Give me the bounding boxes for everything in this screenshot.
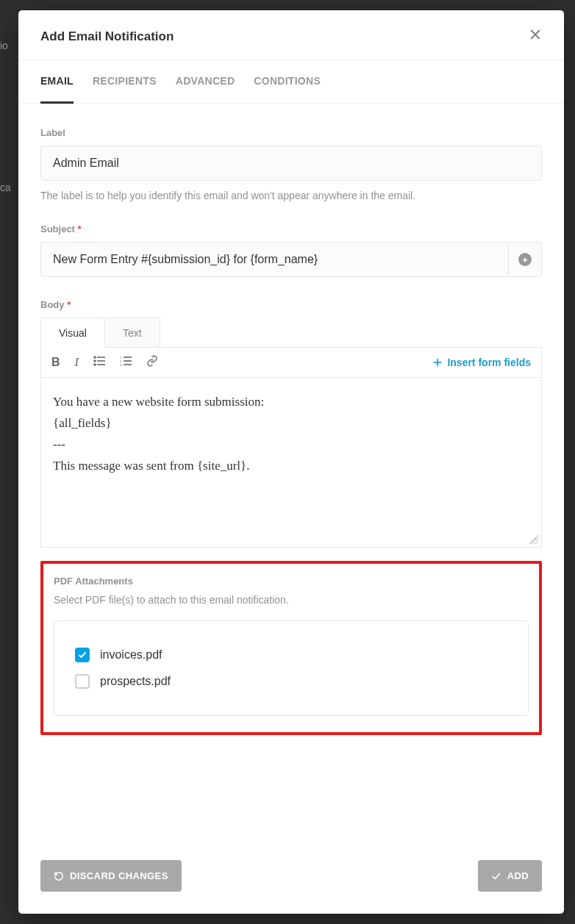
insert-form-fields-label: Insert form fields [447, 357, 531, 368]
tab-email[interactable]: EMAIL [40, 60, 74, 104]
discard-label: DISCARD CHANGES [70, 870, 168, 881]
svg-point-6 [94, 364, 96, 365]
label-field: Label The label is to help you identify … [40, 127, 542, 201]
editor-mode-tabs: Visual Text [40, 318, 542, 348]
discard-changes-button[interactable]: DISCARD CHANGES [40, 860, 182, 892]
add-email-notification-modal: Add Email Notification EMAIL RECIPIENTS … [18, 10, 564, 914]
add-button[interactable]: ADD [478, 860, 542, 892]
subject-field-label: Subject * [40, 223, 542, 234]
editor-tab-visual[interactable]: Visual [40, 318, 105, 348]
modal-body: Label The label is to help you identify … [18, 104, 564, 842]
label-field-label: Label [40, 127, 542, 138]
body-field: Body * Visual Text B I 123 [40, 299, 542, 548]
unordered-list-button[interactable] [93, 356, 105, 369]
svg-text:3: 3 [120, 363, 122, 366]
subject-input[interactable] [40, 242, 509, 277]
pdf-section-title: PDF Attachments [54, 576, 529, 587]
editor-toolbar: B I 123 Insert form fields [40, 347, 542, 378]
subject-label-text: Subject [40, 223, 75, 234]
italic-button[interactable]: I [75, 356, 79, 369]
body-label-text: Body [40, 299, 65, 310]
tab-recipients[interactable]: RECIPIENTS [93, 60, 157, 104]
subject-field: Subject * + [40, 223, 542, 277]
resize-grip-icon[interactable] [529, 535, 538, 544]
undo-icon [54, 871, 64, 881]
modal-footer: DISCARD CHANGES ADD [18, 842, 564, 914]
editor-tab-text[interactable]: Text [104, 318, 160, 348]
pdf-filename: prospects.pdf [100, 675, 171, 688]
close-icon[interactable] [529, 28, 542, 45]
body-editor[interactable]: You have a new website form submission: … [40, 379, 542, 548]
pdf-filename: invoices.pdf [100, 648, 162, 662]
pdf-checkbox[interactable] [75, 674, 90, 689]
modal-header: Add Email Notification [18, 10, 564, 60]
insert-form-fields-button[interactable]: Insert form fields [432, 357, 531, 368]
pdf-item: invoices.pdf [75, 642, 507, 668]
required-indicator: * [78, 223, 82, 234]
ordered-list-button[interactable]: 123 [120, 356, 132, 369]
bold-button[interactable]: B [51, 356, 60, 369]
plus-circle-icon: + [518, 253, 532, 266]
body-content: You have a new website form submission: … [53, 395, 264, 473]
modal-tabs: EMAIL RECIPIENTS ADVANCED CONDITIONS [18, 60, 564, 104]
svg-point-4 [94, 360, 96, 362]
pdf-list: invoices.pdf prospects.pdf [54, 620, 529, 716]
label-input[interactable] [40, 146, 542, 181]
pdf-item: prospects.pdf [75, 668, 507, 695]
tab-conditions[interactable]: CONDITIONS [254, 60, 321, 104]
insert-token-button[interactable]: + [509, 242, 542, 277]
body-field-label: Body * [40, 299, 542, 310]
pdf-attachments-section: PDF Attachments Select PDF file(s) to at… [40, 561, 542, 735]
pdf-checkbox[interactable] [75, 648, 90, 662]
modal-title: Add Email Notification [40, 29, 174, 44]
pdf-section-help: Select PDF file(s) to attach to this ema… [54, 594, 529, 606]
add-label: ADD [507, 870, 529, 881]
link-button[interactable] [146, 355, 158, 370]
label-help: The label is to help you identify this e… [40, 190, 542, 201]
required-indicator: * [67, 299, 71, 310]
svg-point-2 [94, 357, 96, 358]
tab-advanced[interactable]: ADVANCED [176, 60, 235, 104]
check-icon [491, 871, 501, 881]
